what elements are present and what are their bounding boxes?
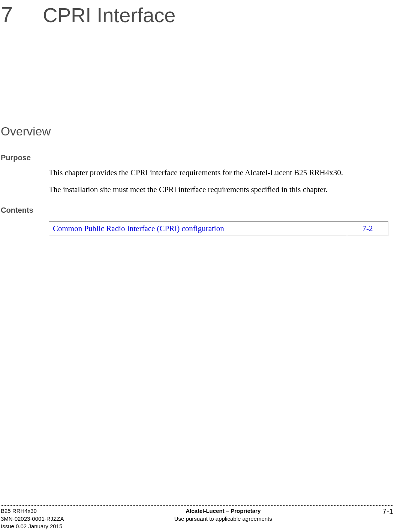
purpose-paragraph-1: This chapter provides the CPRI interface…: [49, 167, 394, 178]
footer-issue-date: Issue 0.02 January 2015: [1, 523, 64, 530]
footer-center: Alcatel-Lucent – Proprietary Use pursuan…: [174, 507, 272, 523]
footer-divider: [1, 505, 393, 506]
table-row: Common Public Radio Interface (CPRI) con…: [49, 221, 388, 236]
page-footer: B25 RRH4x30 3MN-02023-0001-RJZZA Issue 0…: [0, 505, 394, 532]
footer-proprietary: Alcatel-Lucent – Proprietary: [174, 507, 272, 515]
footer-left: B25 RRH4x30 3MN-02023-0001-RJZZA Issue 0…: [1, 507, 64, 530]
chapter-title: CPRI Interface: [43, 3, 175, 27]
contents-heading: Contents: [0, 206, 394, 215]
toc-entry-link[interactable]: Common Public Radio Interface (CPRI) con…: [49, 221, 347, 236]
footer-docnumber: 3MN-02023-0001-RJZZA: [1, 515, 64, 523]
section-title-overview: Overview: [0, 125, 394, 138]
footer-product: B25 RRH4x30: [1, 507, 64, 515]
purpose-heading: Purpose: [0, 153, 394, 162]
contents-table: Common Public Radio Interface (CPRI) con…: [49, 221, 388, 236]
purpose-paragraph-2: The installation site must meet the CPRI…: [49, 184, 394, 195]
chapter-header: 7 CPRI Interface: [0, 0, 394, 27]
footer-usage: Use pursuant to applicable agreements: [174, 515, 272, 523]
chapter-number: 7: [1, 2, 13, 27]
toc-entry-page[interactable]: 7-2: [347, 221, 388, 236]
footer-page-number: 7-1: [382, 507, 393, 516]
